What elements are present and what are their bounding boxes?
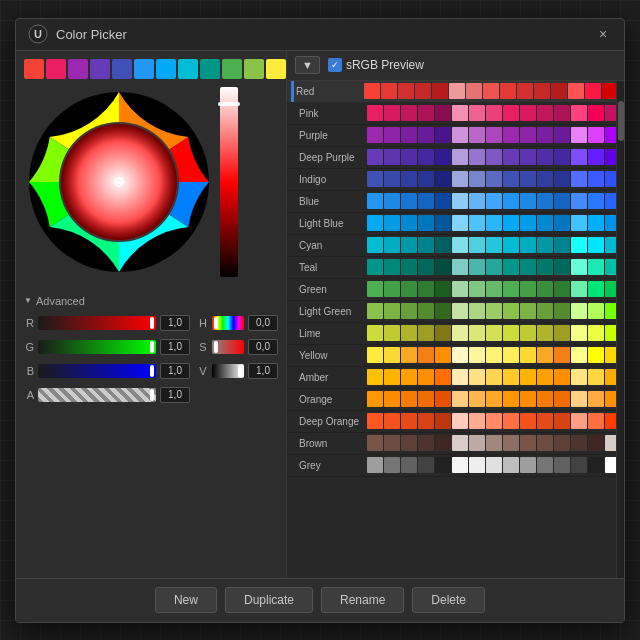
palette-color-swatch[interactable] <box>520 325 536 341</box>
palette-color-swatch[interactable] <box>503 435 519 451</box>
palette-color-swatch[interactable] <box>537 369 553 385</box>
palette-color-swatch[interactable] <box>503 127 519 143</box>
palette-color-swatch[interactable] <box>571 127 587 143</box>
palette-color-swatch[interactable] <box>554 435 570 451</box>
palette-color-swatch[interactable] <box>401 281 417 297</box>
palette-color-swatch[interactable] <box>435 303 451 319</box>
palette-color-swatch[interactable] <box>384 325 400 341</box>
palette-color-swatch[interactable] <box>469 171 485 187</box>
palette-color-swatch[interactable] <box>452 171 468 187</box>
palette-color-swatch[interactable] <box>367 259 383 275</box>
palette-color-swatch[interactable] <box>554 303 570 319</box>
palette-color-swatch[interactable] <box>384 127 400 143</box>
palette-color-swatch[interactable] <box>452 105 468 121</box>
top-swatch[interactable] <box>24 59 44 79</box>
palette-color-swatch[interactable] <box>554 391 570 407</box>
palette-color-swatch[interactable] <box>520 391 536 407</box>
palette-color-swatch[interactable] <box>469 215 485 231</box>
palette-color-swatch[interactable] <box>401 391 417 407</box>
palette-color-swatch[interactable] <box>486 303 502 319</box>
palette-color-swatch[interactable] <box>554 171 570 187</box>
palette-color-swatch[interactable] <box>486 347 502 363</box>
palette-color-swatch[interactable] <box>571 259 587 275</box>
palette-color-swatch[interactable] <box>469 259 485 275</box>
palette-row[interactable]: Light Green <box>287 301 616 323</box>
palette-color-swatch[interactable] <box>486 391 502 407</box>
palette-color-swatch[interactable] <box>571 303 587 319</box>
palette-color-swatch[interactable] <box>537 325 553 341</box>
palette-color-swatch[interactable] <box>469 325 485 341</box>
palette-color-swatch[interactable] <box>571 215 587 231</box>
palette-color-swatch[interactable] <box>486 193 502 209</box>
palette-row[interactable]: Deep Orange <box>287 411 616 433</box>
palette-color-swatch[interactable] <box>367 215 383 231</box>
palette-color-swatch[interactable] <box>551 83 567 99</box>
palette-color-swatch[interactable] <box>534 83 550 99</box>
palette-color-swatch[interactable] <box>503 347 519 363</box>
palette-color-swatch[interactable] <box>503 237 519 253</box>
palette-color-swatch[interactable] <box>469 435 485 451</box>
palette-color-swatch[interactable] <box>571 347 587 363</box>
h-slider[interactable] <box>212 316 244 330</box>
palette-color-swatch[interactable] <box>503 215 519 231</box>
palette-color-swatch[interactable] <box>571 105 587 121</box>
palette-color-swatch[interactable] <box>605 237 616 253</box>
dropdown-button[interactable]: ▼ <box>295 56 320 74</box>
palette-color-swatch[interactable] <box>537 391 553 407</box>
palette-color-swatch[interactable] <box>588 237 604 253</box>
top-swatch[interactable] <box>46 59 66 79</box>
palette-color-swatch[interactable] <box>435 171 451 187</box>
palette-color-swatch[interactable] <box>418 237 434 253</box>
top-swatch[interactable] <box>178 59 198 79</box>
palette-row[interactable]: Lime <box>287 323 616 345</box>
palette-color-swatch[interactable] <box>486 413 502 429</box>
palette-color-swatch[interactable] <box>571 391 587 407</box>
delete-button[interactable]: Delete <box>412 587 485 613</box>
palette-color-swatch[interactable] <box>367 391 383 407</box>
palette-color-swatch[interactable] <box>588 369 604 385</box>
palette-color-swatch[interactable] <box>520 259 536 275</box>
palette-color-swatch[interactable] <box>588 171 604 187</box>
top-swatch[interactable] <box>68 59 88 79</box>
palette-color-swatch[interactable] <box>588 193 604 209</box>
palette-color-swatch[interactable] <box>418 435 434 451</box>
top-swatch[interactable] <box>90 59 110 79</box>
palette-color-swatch[interactable] <box>537 303 553 319</box>
palette-color-swatch[interactable] <box>435 457 451 473</box>
palette-color-swatch[interactable] <box>418 369 434 385</box>
palette-color-swatch[interactable] <box>503 325 519 341</box>
palette-color-swatch[interactable] <box>520 457 536 473</box>
palette-color-swatch[interactable] <box>486 259 502 275</box>
palette-color-swatch[interactable] <box>384 457 400 473</box>
palette-color-swatch[interactable] <box>486 127 502 143</box>
palette-color-swatch[interactable] <box>554 281 570 297</box>
palette-color-swatch[interactable] <box>367 325 383 341</box>
palette-color-swatch[interactable] <box>367 347 383 363</box>
palette-color-swatch[interactable] <box>452 369 468 385</box>
new-button[interactable]: New <box>155 587 217 613</box>
palette-color-swatch[interactable] <box>398 83 414 99</box>
palette-color-swatch[interactable] <box>588 127 604 143</box>
palette-color-swatch[interactable] <box>364 83 380 99</box>
palette-color-swatch[interactable] <box>537 237 553 253</box>
palette-color-swatch[interactable] <box>418 413 434 429</box>
palette-color-swatch[interactable] <box>537 171 553 187</box>
palette-color-swatch[interactable] <box>520 281 536 297</box>
palette-color-swatch[interactable] <box>503 171 519 187</box>
palette-color-swatch[interactable] <box>503 259 519 275</box>
palette-color-swatch[interactable] <box>469 347 485 363</box>
palette-row[interactable]: Amber <box>287 367 616 389</box>
palette-color-swatch[interactable] <box>452 237 468 253</box>
palette-color-swatch[interactable] <box>588 281 604 297</box>
palette-color-swatch[interactable] <box>418 259 434 275</box>
palette-color-swatch[interactable] <box>571 435 587 451</box>
palette-color-swatch[interactable] <box>435 259 451 275</box>
palette-color-swatch[interactable] <box>520 171 536 187</box>
palette-color-swatch[interactable] <box>435 435 451 451</box>
palette-color-swatch[interactable] <box>367 105 383 121</box>
palette-color-swatch[interactable] <box>418 171 434 187</box>
palette-row[interactable]: Pink <box>287 103 616 125</box>
brightness-slider[interactable] <box>220 87 238 277</box>
palette-color-swatch[interactable] <box>486 457 502 473</box>
palette-color-swatch[interactable] <box>605 435 616 451</box>
